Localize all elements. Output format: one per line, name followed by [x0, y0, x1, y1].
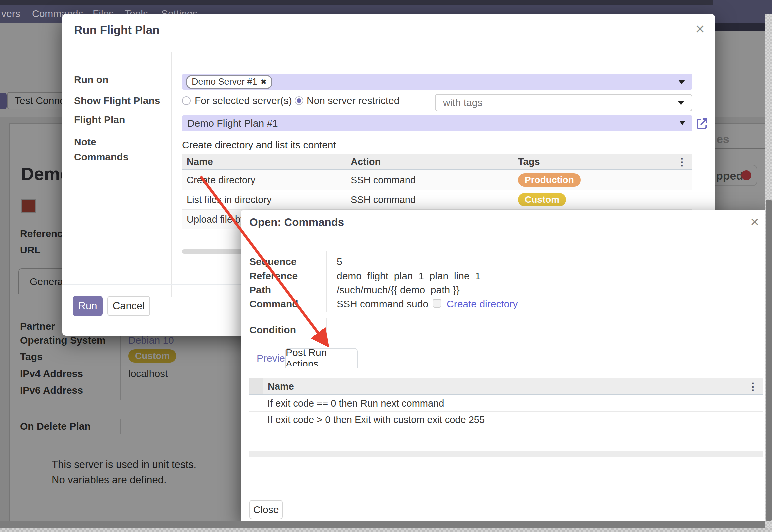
path-label: Path — [249, 284, 271, 296]
empty-row — [249, 428, 763, 444]
flight-plan-label: Flight Plan — [74, 114, 125, 125]
with-tags-select[interactable]: with tags — [435, 94, 692, 111]
post-run-actions-table: Name ⋮ If exit code == 0 then Run next c… — [249, 378, 763, 444]
command-value: SSH command sudo — [337, 298, 428, 310]
show-flight-plans-label: Show Flight Plans — [74, 95, 160, 106]
dropdown-caret-icon — [680, 121, 685, 125]
close-button[interactable]: Close — [249, 500, 283, 519]
external-link-icon[interactable] — [695, 117, 709, 131]
tab-active-mask — [286, 366, 356, 367]
radio-non-server-restricted-label: Non server restricted — [307, 95, 399, 106]
kebab-menu-icon[interactable]: ⋮ — [748, 381, 763, 392]
column-header-name[interactable]: Name — [263, 381, 294, 392]
flight-plan-select[interactable]: Demo Flight Plan #1 — [182, 115, 692, 131]
tag-badge-custom: Custom — [518, 193, 566, 206]
modal-title: Open: Commands — [249, 216, 344, 229]
cancel-button[interactable]: Cancel — [107, 296, 150, 316]
sequence-value: 5 — [337, 256, 342, 267]
server-tag-label: Demo Server #1 — [192, 77, 257, 87]
column-header-action[interactable]: Action — [346, 156, 513, 167]
kebab-menu-icon[interactable]: ⋮ — [677, 156, 692, 168]
value-column-divider — [326, 251, 327, 312]
condition-label: Condition — [249, 324, 296, 336]
modal-title: Run Flight Plan — [74, 23, 160, 37]
note-value: Create directory and list its content — [182, 139, 336, 151]
run-on-multiselect[interactable]: Demo Server #1 ✖ — [182, 74, 692, 90]
reference-value: demo_flight_plan_1_plan_line_1 — [337, 270, 481, 282]
radio-for-selected-servers-label: For selected server(s) — [195, 95, 292, 106]
column-header-name[interactable]: Name — [182, 156, 346, 167]
label-column-divider — [171, 52, 172, 297]
screen: vers Commands Files Tools Settings Test … — [0, 0, 772, 532]
open-commands-modal: Open: Commands ✕ Sequence 5 Reference de… — [241, 210, 772, 521]
dropdown-caret-icon[interactable] — [678, 80, 685, 84]
close-icon[interactable]: ✕ — [750, 215, 760, 229]
with-tags-placeholder: with tags — [443, 97, 482, 108]
table-row[interactable]: Create directory SSH command Production — [182, 170, 692, 190]
flight-plan-value: Demo Flight Plan #1 — [187, 118, 278, 129]
commands-label: Commands — [74, 151, 128, 163]
column-header-tags[interactable]: Tags ⋮ — [513, 156, 692, 168]
commands-table-header[interactable]: Name Action Tags ⋮ — [182, 154, 692, 170]
remove-tag-icon[interactable]: ✖ — [261, 78, 267, 86]
close-icon[interactable]: ✕ — [695, 22, 705, 36]
tab-post-run-actions[interactable]: Post Run Actions — [285, 348, 358, 368]
table-row[interactable]: List files in directory SSH command Cust… — [182, 190, 692, 210]
table-row[interactable]: If exit code == 0 then Run next command — [249, 395, 763, 412]
dropdown-caret-icon — [678, 101, 684, 105]
selector-column[interactable] — [249, 378, 263, 394]
nav-item-servers[interactable]: vers — [1, 8, 20, 19]
horizontal-scrollbar[interactable] — [249, 451, 763, 457]
radio-non-server-restricted[interactable] — [295, 96, 303, 105]
value-column-divider — [326, 318, 327, 345]
window-bottom-checker — [0, 528, 772, 532]
run-on-label: Run on — [74, 74, 108, 85]
reference-label: Reference — [249, 270, 298, 282]
window-bottom-edge — [0, 521, 772, 528]
command-label: Command — [249, 298, 298, 310]
sudo-checkbox[interactable] — [433, 299, 441, 308]
tag-badge-production: Production — [518, 173, 581, 187]
server-tag-pill: Demo Server #1 ✖ — [186, 75, 272, 89]
radio-for-selected-servers[interactable] — [182, 96, 191, 105]
table-row[interactable]: If exit code > 0 then Exit with custom e… — [249, 412, 763, 428]
navbar-top-edge — [0, 0, 772, 5]
sequence-label: Sequence — [249, 256, 297, 267]
vertical-scrollbar-thumb[interactable] — [766, 200, 772, 521]
note-label: Note — [74, 136, 96, 148]
create-directory-link[interactable]: Create directory — [447, 298, 518, 310]
path-value: /such/much/{{ demo_path }} — [337, 284, 460, 296]
post-run-table-header[interactable]: Name ⋮ — [249, 378, 763, 395]
run-button[interactable]: Run — [73, 296, 103, 316]
